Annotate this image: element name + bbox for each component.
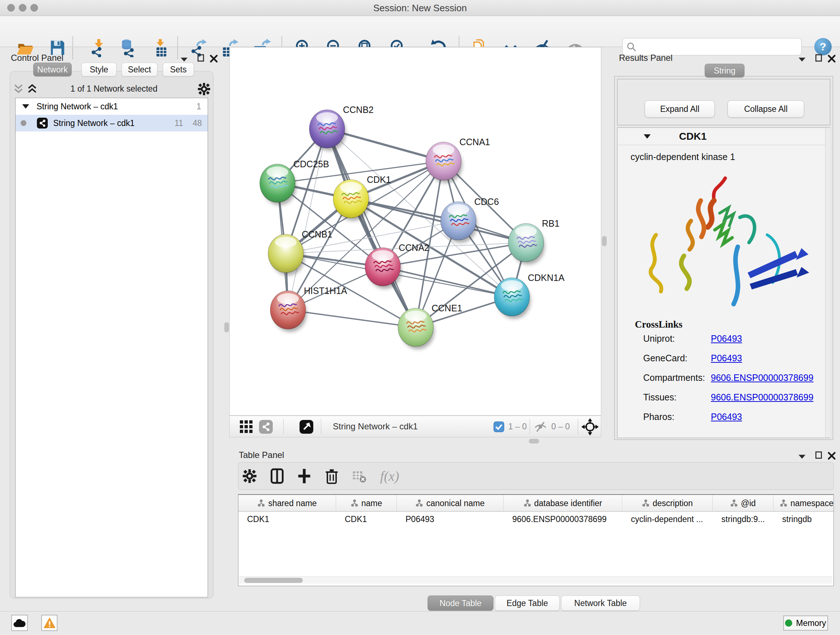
node-CCNA2[interactable] [365, 248, 401, 289]
cell-database-identifier[interactable]: 9606.ENSP00000378699 [504, 511, 622, 527]
network-collection-row[interactable]: String Network – cdk1 1 [16, 98, 208, 115]
column-header-namespace[interactable]: namespace [774, 495, 834, 511]
crosslink-link[interactable]: 9606.ENSP00000378699 [711, 372, 813, 383]
tab-edge-table[interactable]: Edge Table [495, 595, 560, 611]
edge-HIST1H1A-CCNE1[interactable] [288, 310, 416, 327]
right-splitter-handle[interactable] [602, 236, 607, 246]
tab-node-table[interactable]: Node Table [428, 595, 493, 611]
status-bar: Memory [0, 611, 840, 635]
memory-button[interactable]: Memory [783, 616, 828, 631]
string-view-icon[interactable] [259, 420, 273, 434]
tab-style[interactable]: Style [81, 63, 117, 76]
column-header-database-identifier[interactable]: database identifier [504, 495, 622, 511]
import-table-icon[interactable] [149, 35, 172, 61]
table-scrollbar-thumb[interactable] [244, 578, 303, 583]
memory-status-dot [785, 619, 792, 627]
tab-sets[interactable]: Sets [163, 63, 194, 76]
node-CDK1[interactable] [333, 180, 370, 221]
node-label-CCNA2: CCNA2 [399, 242, 429, 253]
crosslink-link[interactable]: P06493 [711, 353, 742, 363]
network-row-selected[interactable]: String Network – cdk1 11 48 [16, 115, 208, 131]
node-CDKN1A[interactable] [494, 278, 531, 319]
collection-expand-icon[interactable] [21, 103, 30, 110]
crosslink-row-pharos: Pharos:P06493 [617, 412, 820, 431]
node-RB1[interactable] [508, 223, 545, 264]
function-builder-icon[interactable]: f(x) [374, 466, 405, 486]
results-panel-float-icon[interactable] [814, 54, 823, 62]
edge-CCNB2-HIST1H1A[interactable] [288, 129, 327, 310]
table-panel-collapse-icon[interactable] [797, 452, 807, 461]
delete-columns-trash-icon[interactable] [322, 466, 342, 486]
toolbar-separator [73, 36, 73, 59]
help-button[interactable]: ? [814, 38, 832, 55]
column-header-shared-name[interactable]: shared name [238, 495, 336, 511]
collapse-all-button[interactable]: Collapse All [728, 100, 804, 118]
table-settings-gear-icon[interactable] [240, 466, 260, 486]
netbar-separator [530, 419, 530, 434]
collapse-all-networks-icon[interactable] [13, 84, 24, 94]
results-panel-collapse-icon[interactable] [797, 55, 807, 64]
node-CCNB2[interactable] [309, 110, 346, 151]
import-network-database-icon[interactable] [116, 35, 140, 61]
tab-string-results[interactable]: String [705, 64, 745, 78]
edge-CCNA2-CDKN1A[interactable] [383, 267, 512, 297]
search-input[interactable] [639, 39, 798, 54]
column-header-name[interactable]: name [336, 495, 397, 511]
node-CDC25B[interactable] [260, 164, 296, 205]
column-header-description[interactable]: description [622, 495, 713, 511]
delete-table-icon[interactable] [349, 466, 369, 486]
selected-counts: 1 – 0 [508, 422, 527, 432]
hidden-eye-icon[interactable] [534, 421, 547, 432]
create-column-plus-icon[interactable] [294, 466, 314, 486]
left-splitter-handle[interactable] [224, 322, 229, 333]
crosslink-link[interactable]: P06493 [711, 412, 742, 422]
crosslink-link[interactable]: P06493 [711, 333, 742, 344]
cell-namespace[interactable]: stringdb [774, 511, 834, 527]
warning-button[interactable] [41, 615, 57, 631]
expand-all-button[interactable]: Expand All [645, 100, 715, 118]
table-panel-close-icon[interactable] [827, 451, 836, 460]
column-label: description [653, 499, 693, 508]
gene-section-collapse-icon[interactable] [643, 133, 652, 140]
control-panel-float-icon[interactable] [196, 54, 205, 62]
cell--id[interactable]: stringdb:9... [713, 511, 774, 527]
node-CCNA1[interactable] [426, 142, 462, 183]
table-panel-float-icon[interactable] [814, 451, 823, 459]
network-options-gear-icon[interactable] [197, 82, 210, 96]
results-vertical-scrollbar[interactable] [825, 128, 830, 438]
bottom-splitter-handle[interactable] [529, 439, 539, 443]
tab-network-table[interactable]: Network Table [561, 595, 640, 611]
protein-structure-image [628, 168, 816, 315]
memory-label: Memory [796, 618, 826, 628]
cell-name[interactable]: CDK1 [336, 511, 397, 527]
gene-section-header[interactable]: CDK1 [617, 128, 830, 145]
gene-symbol: CDK1 [679, 131, 706, 142]
column-label: @id [741, 499, 756, 508]
column-header--id[interactable]: @id [713, 495, 774, 511]
selected-checkbox-icon[interactable] [493, 421, 504, 432]
cell-shared-name[interactable]: CDK1 [238, 511, 336, 527]
cell-canonical-name[interactable]: P06493 [397, 511, 504, 527]
column-label: namespace [790, 499, 834, 508]
control-panel-close-icon[interactable] [209, 54, 218, 63]
column-type-icon [415, 499, 423, 507]
import-network-file-icon[interactable] [86, 35, 110, 61]
crosslink-link[interactable]: 9606.ENSP00000378699 [711, 392, 813, 402]
birds-eye-grid-icon[interactable] [239, 420, 254, 434]
tab-select[interactable]: Select [122, 63, 157, 76]
cloud-button[interactable] [11, 615, 28, 631]
edge-CCNB2-CCNE1[interactable] [327, 129, 416, 327]
tab-network[interactable]: Network [33, 63, 72, 76]
expand-all-networks-icon[interactable] [27, 84, 38, 94]
node-CCNE1[interactable] [398, 308, 434, 349]
show-columns-icon[interactable] [267, 466, 287, 486]
cell-description[interactable]: cyclin-dependent ... [622, 511, 713, 527]
table-data-row[interactable]: CDK1CDK1P064939606.ENSP00000378699cyclin… [238, 511, 834, 527]
results-panel-close-icon[interactable] [827, 54, 836, 63]
column-header-canonical-name[interactable]: canonical name [397, 495, 504, 511]
node-CCNB1[interactable] [268, 234, 305, 276]
network-canvas[interactable]: CCNB2CCNA1CDC25BCDK1CDC6RB1CCNB1CCNA2CDK… [229, 47, 601, 416]
open-view-icon[interactable] [299, 420, 314, 434]
fit-selected-crosshair-icon[interactable] [581, 418, 599, 435]
collection-label: String Network – cdk1 [36, 102, 118, 111]
